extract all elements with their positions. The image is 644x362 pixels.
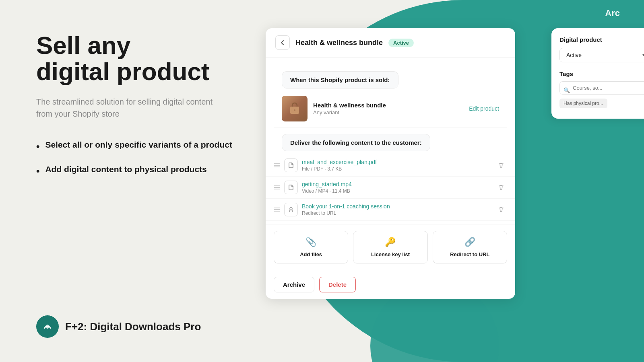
- delete-button[interactable]: Delete: [319, 277, 356, 292]
- svg-point-2: [294, 109, 295, 111]
- main-card: Health & wellness bundle Active When thi…: [266, 28, 515, 299]
- file-icon-1[interactable]: [284, 158, 298, 172]
- add-buttons-row: 📎 Add files 🔑 License key list 🔗 Redirec…: [266, 224, 515, 270]
- file-name-1[interactable]: meal_and_excercise_plan.pdf: [302, 159, 491, 165]
- file-meta-1: File / PDF · 3.7 KB: [302, 166, 491, 172]
- file-name-3[interactable]: Book your 1-on-1 coaching session: [302, 203, 491, 210]
- license-key-label: License key list: [371, 251, 410, 257]
- drag-handle-3[interactable]: [274, 208, 280, 212]
- tag-chip[interactable]: Has physical pro...: [559, 99, 607, 108]
- left-panel: Sell any digital product The streamlined…: [0, 0, 274, 362]
- file-icon-3[interactable]: [284, 203, 298, 216]
- archive-button[interactable]: Archive: [274, 277, 314, 292]
- brand-logo: [36, 315, 59, 338]
- file-row-3: Book your 1-on-1 coaching session Redire…: [266, 199, 515, 221]
- side-panel: Digital product Active Tags 🔍 Has physic…: [551, 28, 644, 119]
- when-sold-label: When this Shopify product is sold:: [282, 71, 398, 88]
- file-row-2: getting_started.mp4 Video / MP4 · 11.4 M…: [266, 177, 515, 199]
- bullet-item-1: Select all or only specific variants of …: [36, 139, 250, 152]
- drag-handle-1[interactable]: [274, 163, 280, 167]
- file-list: meal_and_excercise_plan.pdf File / PDF ·…: [266, 151, 515, 224]
- drag-handle-2[interactable]: [274, 185, 280, 189]
- license-key-button[interactable]: 🔑 License key list: [353, 231, 427, 263]
- hero-subtitle: The streamlined solution for selling dig…: [36, 96, 221, 120]
- file-name-2[interactable]: getting_started.mp4: [302, 181, 491, 187]
- edit-product-link[interactable]: Edit product: [469, 105, 499, 112]
- license-key-icon: 🔑: [385, 237, 396, 247]
- deliver-label: Deliver the following content to the cus…: [282, 134, 430, 151]
- card-header: Health & wellness bundle Active: [266, 28, 515, 58]
- product-image: [282, 96, 308, 121]
- hero-title: Sell any digital product: [36, 32, 250, 84]
- card-title: Health & wellness bundle: [295, 39, 383, 47]
- product-row: Health & wellness bundle Any variant Edi…: [274, 90, 507, 128]
- bullet-item-2: Add digital content to physical products: [36, 164, 250, 177]
- bullet-list: Select all or only specific variants of …: [36, 139, 250, 177]
- file-meta-2: Video / MP4 · 11.4 MB: [302, 188, 491, 194]
- status-select[interactable]: Active: [559, 48, 644, 62]
- active-badge: Active: [388, 39, 414, 47]
- product-info: Health & wellness bundle Any variant: [313, 102, 469, 115]
- file-details-1: meal_and_excercise_plan.pdf File / PDF ·…: [302, 159, 491, 172]
- search-icon: 🔍: [564, 87, 570, 93]
- add-files-icon: 📎: [305, 237, 316, 247]
- file-details-3: Book your 1-on-1 coaching session Redire…: [302, 203, 491, 216]
- right-panel: Arc Health & wellness bundle Active When…: [250, 0, 644, 362]
- redirect-url-button[interactable]: 🔗 Redirect to URL: [433, 231, 507, 263]
- product-name: Health & wellness bundle: [313, 102, 469, 109]
- arc-text: Arc: [605, 8, 620, 19]
- redirect-url-icon: 🔗: [464, 237, 475, 247]
- file-meta-3: Redirect to URL: [302, 210, 491, 216]
- tags-label: Tags: [559, 70, 644, 77]
- back-button[interactable]: [275, 35, 290, 50]
- card-footer: Archive Delete: [266, 270, 515, 299]
- file-details-2: getting_started.mp4 Video / MP4 · 11.4 M…: [302, 181, 491, 194]
- product-variant: Any variant: [313, 109, 469, 115]
- tags-search-input[interactable]: [559, 81, 644, 95]
- delete-file-1[interactable]: [495, 159, 507, 171]
- side-panel-title: Digital product: [559, 36, 644, 43]
- file-icon-2[interactable]: [284, 181, 298, 194]
- tags-search-wrapper: 🔍: [559, 81, 644, 99]
- add-files-label: Add files: [300, 251, 322, 257]
- redirect-url-label: Redirect to URL: [450, 251, 489, 257]
- when-sold-section: When this Shopify product is sold: Healt…: [266, 64, 515, 128]
- delete-file-2[interactable]: [495, 181, 507, 193]
- brand-footer: F+2: Digital Downloads Pro: [36, 315, 250, 338]
- file-row-1: meal_and_excercise_plan.pdf File / PDF ·…: [266, 154, 515, 177]
- deliver-section: Deliver the following content to the cus…: [266, 128, 515, 151]
- brand-name: F+2: Digital Downloads Pro: [65, 321, 201, 333]
- add-files-button[interactable]: 📎 Add files: [274, 231, 348, 263]
- delete-file-3[interactable]: [495, 204, 507, 216]
